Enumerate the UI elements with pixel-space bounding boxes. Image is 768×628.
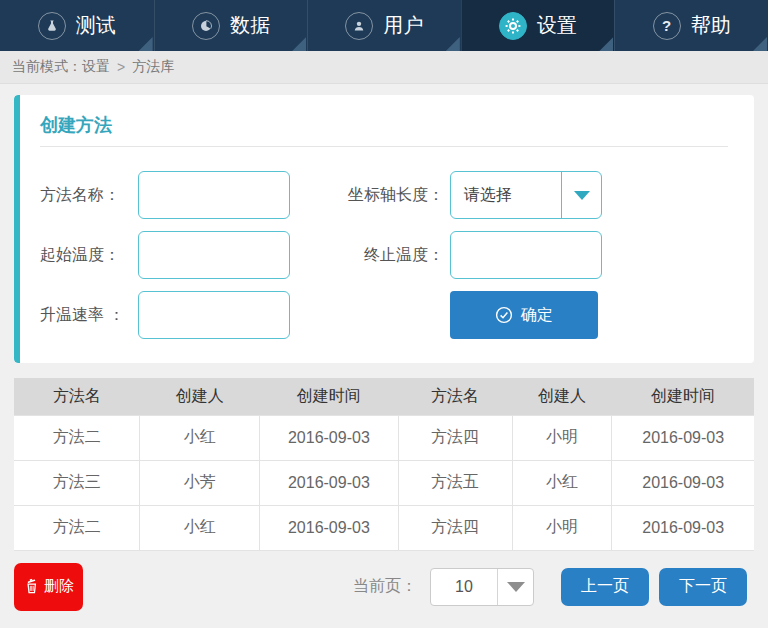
breadcrumb-separator: >	[117, 59, 125, 75]
cell-creator: 小红	[140, 505, 260, 550]
tab-label: 用户	[383, 12, 423, 39]
help-icon: ?	[653, 12, 681, 40]
tab-test[interactable]: 测试	[0, 0, 154, 51]
panel-accent-bar	[14, 95, 20, 363]
flask-icon	[38, 12, 66, 40]
cell-method-name: 方法三	[14, 460, 140, 505]
delete-button-label: 删除	[44, 577, 74, 596]
current-page-label: 当前页：	[353, 576, 417, 597]
tab-label: 数据	[230, 12, 270, 39]
cell-created-time: 2016-09-03	[612, 505, 754, 550]
main-content: 创建方法 方法名称： 坐标轴长度： 请选择 起始温度： 终止温度： 升温速率 ：	[0, 84, 768, 611]
form-row-3: 升温速率 ： 确定	[40, 291, 728, 339]
heat-rate-input[interactable]	[138, 291, 290, 339]
cell-created-time: 2016-09-03	[260, 415, 398, 460]
col-header-method-name-2: 方法名	[398, 378, 512, 415]
methods-table: 方法名 创建人 创建时间 方法名 创建人 创建时间 方法二 小红 2016-09…	[14, 378, 754, 551]
breadcrumb: 当前模式：设置 > 方法库	[0, 51, 768, 84]
tab-corner-triangle	[292, 37, 306, 51]
tab-user[interactable]: 用户	[307, 0, 461, 51]
cell-created-time: 2016-09-03	[612, 460, 754, 505]
col-header-creator-2: 创建人	[512, 378, 612, 415]
tab-corner-triangle	[446, 37, 460, 51]
trash-icon	[23, 578, 40, 595]
heat-rate-label: 升温速率 ：	[40, 305, 138, 326]
form-row-1: 方法名称： 坐标轴长度： 请选择	[40, 171, 728, 219]
cell-method-name: 方法四	[398, 415, 512, 460]
delete-button[interactable]: 删除	[14, 563, 83, 611]
tab-label: 设置	[537, 12, 577, 39]
cell-creator: 小明	[512, 505, 612, 550]
cell-creator: 小明	[512, 415, 612, 460]
tab-corner-triangle	[139, 37, 153, 51]
tab-label: 测试	[76, 12, 116, 39]
col-header-method-name-1: 方法名	[14, 378, 140, 415]
table-row[interactable]: 方法三 小芳 2016-09-03 方法五 小红 2016-09-03	[14, 460, 754, 505]
chevron-down-icon	[507, 582, 525, 592]
end-temp-input[interactable]	[450, 231, 602, 279]
user-icon	[345, 12, 373, 40]
cell-created-time: 2016-09-03	[612, 415, 754, 460]
method-name-label: 方法名称：	[40, 185, 138, 206]
select-arrow-box[interactable]	[497, 569, 533, 605]
tab-help[interactable]: ? 帮助	[614, 0, 768, 51]
tab-label: 帮助	[691, 12, 731, 39]
table-row[interactable]: 方法二 小红 2016-09-03 方法四 小明 2016-09-03	[14, 415, 754, 460]
breadcrumb-current: 方法库	[132, 58, 174, 76]
axis-length-selected-value: 请选择	[451, 185, 561, 206]
method-name-input[interactable]	[138, 171, 290, 219]
cell-method-name: 方法二	[14, 415, 140, 460]
pie-chart-icon	[192, 12, 220, 40]
start-temp-input[interactable]	[138, 231, 290, 279]
pagination: 当前页： 10 上一页 下一页	[353, 568, 754, 606]
next-page-button[interactable]: 下一页	[659, 568, 747, 606]
chevron-down-icon	[574, 191, 590, 200]
confirm-button[interactable]: 确定	[450, 291, 598, 339]
tab-corner-triangle	[599, 37, 613, 51]
breadcrumb-mode: 当前模式：设置	[12, 58, 110, 76]
table-footer: 删除 当前页： 10 上一页 下一页	[14, 563, 754, 611]
cell-method-name: 方法二	[14, 505, 140, 550]
col-header-created-time-2: 创建时间	[612, 378, 754, 415]
end-temp-label: 终止温度：	[290, 245, 444, 266]
cell-method-name: 方法四	[398, 505, 512, 550]
confirm-button-label: 确定	[521, 305, 553, 326]
page-number-select[interactable]: 10	[430, 568, 534, 606]
tab-settings[interactable]: 设置	[461, 0, 615, 51]
cell-created-time: 2016-09-03	[260, 505, 398, 550]
axis-length-label: 坐标轴长度：	[290, 185, 444, 206]
page-number-value: 10	[431, 578, 497, 596]
col-header-created-time-1: 创建时间	[260, 378, 398, 415]
cell-created-time: 2016-09-03	[260, 460, 398, 505]
cell-creator: 小红	[140, 415, 260, 460]
start-temp-label: 起始温度：	[40, 245, 138, 266]
form-row-2: 起始温度： 终止温度：	[40, 231, 728, 279]
panel-divider	[40, 146, 728, 147]
cell-method-name: 方法五	[398, 460, 512, 505]
col-header-creator-1: 创建人	[140, 378, 260, 415]
previous-page-button[interactable]: 上一页	[561, 568, 649, 606]
panel-title: 创建方法	[40, 113, 728, 138]
check-circle-icon	[495, 306, 513, 324]
cell-creator: 小红	[512, 460, 612, 505]
table-row[interactable]: 方法二 小红 2016-09-03 方法四 小明 2016-09-03	[14, 505, 754, 550]
tab-data[interactable]: 数据	[154, 0, 308, 51]
create-method-panel: 创建方法 方法名称： 坐标轴长度： 请选择 起始温度： 终止温度： 升温速率 ：	[14, 95, 754, 363]
table-header-row: 方法名 创建人 创建时间 方法名 创建人 创建时间	[14, 378, 754, 415]
top-nav: 测试 数据 用户	[0, 0, 768, 51]
gear-icon	[499, 12, 527, 40]
tab-corner-triangle	[753, 37, 767, 51]
select-arrow-box[interactable]	[561, 172, 601, 218]
axis-length-select[interactable]: 请选择	[450, 171, 602, 219]
cell-creator: 小芳	[140, 460, 260, 505]
